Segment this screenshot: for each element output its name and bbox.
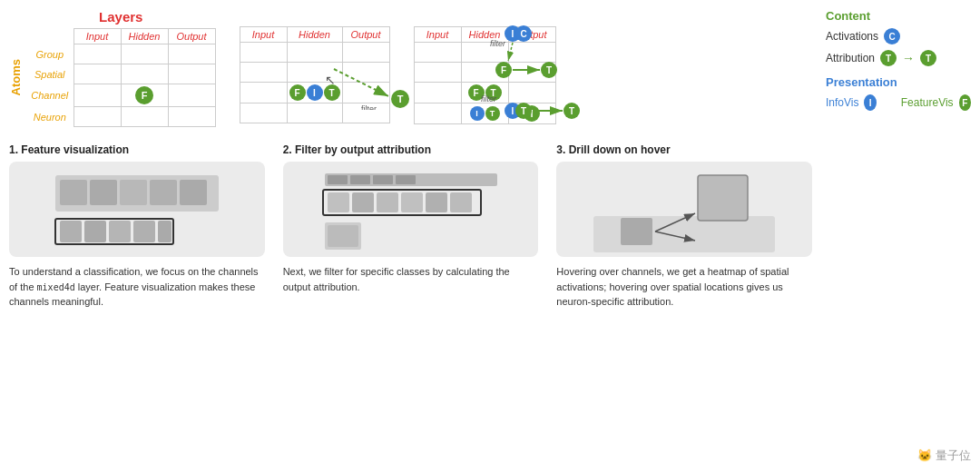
cell-channel-input xyxy=(74,84,121,107)
col-hidden-2: Hidden xyxy=(287,27,342,43)
svg-rect-35 xyxy=(60,221,82,242)
svg-rect-38 xyxy=(133,221,155,242)
diagram-3-arrows: I C filter F T xyxy=(404,15,622,124)
svg-rect-44 xyxy=(396,175,416,184)
left-section: Atoms Layers Input Hidden Output xyxy=(9,9,812,464)
step-3-title: 3. Drill down on hover xyxy=(556,143,812,156)
grid-table-1: Input Hidden Output Group xyxy=(26,28,216,127)
activations-badge-c: C xyxy=(884,28,900,44)
step-1-text: To understand a classification, we focus… xyxy=(9,264,265,310)
svg-rect-51 xyxy=(450,192,472,212)
cell-spatial-output xyxy=(168,64,215,84)
step-2-svg xyxy=(320,166,502,252)
infovis-label: InfoVis xyxy=(826,96,858,109)
step-2-text: Next, we filter for specific classes by … xyxy=(283,264,539,294)
svg-rect-48 xyxy=(377,192,398,212)
svg-text:F: F xyxy=(500,65,505,75)
cell-group-input xyxy=(74,44,121,64)
svg-rect-37 xyxy=(109,221,131,242)
step-3-svg xyxy=(593,166,775,252)
svg-rect-43 xyxy=(373,175,393,184)
diagram-3-grid: Input Hidden Output xyxy=(399,9,556,124)
col-hidden-1: Hidden xyxy=(121,29,168,44)
layers-title: Layers xyxy=(26,9,216,25)
diagram-3-wrapper: Input Hidden Output xyxy=(399,9,556,124)
steps-row: 1. Feature visualization xyxy=(9,143,812,310)
badge-f-1: F xyxy=(135,86,153,104)
cell-spatial-input xyxy=(74,64,121,84)
cell-group-hidden xyxy=(121,44,168,64)
cell-neuron-output xyxy=(168,107,215,127)
svg-line-1 xyxy=(334,69,388,96)
row-group: Group xyxy=(26,44,74,64)
d2-group-hidden xyxy=(287,43,342,63)
svg-rect-49 xyxy=(401,192,423,212)
svg-rect-47 xyxy=(352,192,374,212)
svg-rect-56 xyxy=(698,175,748,221)
svg-text:C: C xyxy=(520,29,526,39)
atoms-label: Atoms xyxy=(9,59,23,95)
step-1-svg xyxy=(46,166,228,252)
activations-item: Activations C xyxy=(826,28,971,44)
svg-text:filter: filter xyxy=(361,104,377,110)
infovis-item: InfoVis I FeatureVis F xyxy=(826,94,971,111)
svg-text:T: T xyxy=(520,106,525,116)
svg-rect-32 xyxy=(150,180,177,205)
svg-rect-42 xyxy=(350,175,370,184)
diagram-2-wrapper: Input Hidden Output xyxy=(225,9,390,123)
svg-rect-53 xyxy=(328,225,358,247)
svg-rect-33 xyxy=(180,180,207,205)
diagram-1-grid: Layers Input Hidden Output xyxy=(26,9,216,127)
featurevis-label: FeatureVis xyxy=(901,96,954,109)
svg-rect-55 xyxy=(621,218,652,245)
right-sidebar: Content Activations C Attribution T → T … xyxy=(812,9,971,464)
svg-text:I: I xyxy=(511,29,514,39)
step-1-title: 1. Feature visualization xyxy=(9,143,265,156)
infovis-badge-i: I xyxy=(864,94,876,111)
step-2: 2. Filter by output attribution xyxy=(283,143,539,310)
svg-rect-46 xyxy=(328,192,349,212)
content-section-title: Content xyxy=(826,9,971,23)
diagram-1-wrapper: Atoms Layers Input Hidden Output xyxy=(9,9,216,127)
col-output-1: Output xyxy=(168,29,215,44)
cell-group-output xyxy=(168,44,215,64)
presentation-section-title: Presentation xyxy=(826,75,971,89)
cell-channel-hidden: F xyxy=(121,84,168,107)
svg-rect-50 xyxy=(426,192,447,212)
diagram-2-grid: Input Hidden Output xyxy=(225,9,390,123)
row-channel: Channel xyxy=(26,84,74,107)
diagrams-row: Atoms Layers Input Hidden Output xyxy=(9,9,812,127)
row-spatial: Spatial xyxy=(26,64,74,84)
col-input-2: Input xyxy=(240,27,287,43)
attribution-badge-t2: T xyxy=(920,50,936,66)
col-input-1: Input xyxy=(74,29,121,44)
step-3: 3. Drill down on hover xyxy=(556,143,812,310)
attribution-label: Attribution xyxy=(826,52,875,64)
svg-rect-29 xyxy=(60,180,87,205)
cell-neuron-hidden xyxy=(121,107,168,127)
attribution-badge-t1: T xyxy=(880,50,897,66)
svg-rect-36 xyxy=(84,221,106,242)
d2-group-input xyxy=(240,43,287,63)
col-output-2: Output xyxy=(342,27,389,43)
attribution-item: Attribution T → T xyxy=(826,50,971,66)
cell-neuron-input xyxy=(74,107,121,127)
svg-text:↖: ↖ xyxy=(325,73,336,87)
svg-rect-31 xyxy=(120,180,147,205)
d2-group-output xyxy=(342,43,389,63)
step-3-image xyxy=(556,162,812,257)
activations-label: Activations xyxy=(826,30,878,43)
row-neuron: Neuron xyxy=(26,107,74,127)
featurevis-badge-f: F xyxy=(959,94,971,111)
step-1: 1. Feature visualization xyxy=(9,143,265,310)
svg-text:filter: filter xyxy=(490,39,506,48)
step-2-image xyxy=(283,162,539,257)
svg-text:filter: filter xyxy=(481,94,497,103)
svg-rect-30 xyxy=(90,180,117,205)
cell-spatial-hidden xyxy=(121,64,168,84)
watermark: 🐱 量子位 xyxy=(917,448,971,464)
svg-rect-39 xyxy=(158,221,172,242)
svg-line-18 xyxy=(508,43,513,61)
svg-rect-41 xyxy=(328,175,348,184)
step-1-image xyxy=(9,162,265,257)
